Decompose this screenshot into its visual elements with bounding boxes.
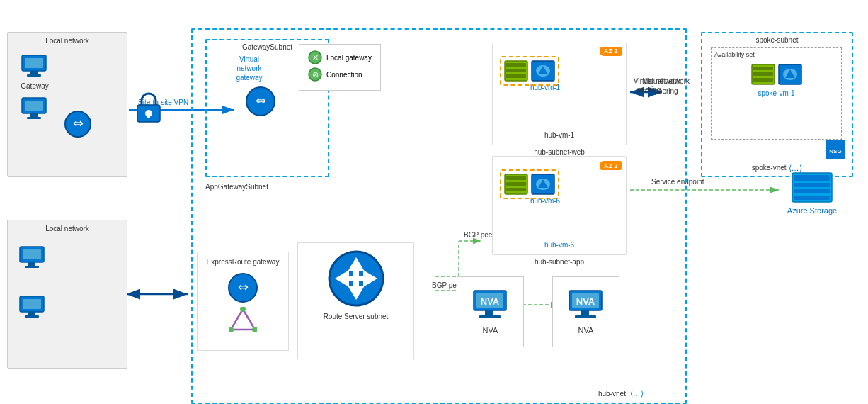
svg-marker-80 xyxy=(231,309,255,330)
app-gateway-subnet-label: AppGatewaySubnet xyxy=(205,183,268,191)
svg-rect-95 xyxy=(479,315,501,318)
svg-text:NSG: NSG xyxy=(829,148,841,155)
nva2-icon: NVA xyxy=(568,289,605,323)
expressroute-triangle-icon xyxy=(229,307,257,332)
vnet-peering-label: Virtual network peering xyxy=(634,77,698,96)
azure-icon-app xyxy=(531,174,555,195)
expressroute-gateway-box: ExpressRoute gateway ⇔ xyxy=(197,252,289,351)
diagram-container: Local network Gateway ⇔ xyxy=(0,0,868,404)
expressroute-gateway-label: ExpressRoute gateway xyxy=(207,258,280,266)
monitor-icon-bottom-1 xyxy=(18,245,47,272)
azure-icon-spoke xyxy=(778,64,802,85)
availability-set-label: Availability set xyxy=(714,51,838,58)
local-network-top-label: Local network xyxy=(8,37,127,45)
route-server-box: Route Server subnet xyxy=(297,242,414,359)
nsg-badge: NSG xyxy=(825,139,846,162)
svg-rect-34 xyxy=(147,113,150,118)
azure-storage-label: Azure Storage xyxy=(770,206,854,215)
monitor-icon-bottom xyxy=(21,96,49,123)
availability-set-box: Availability set spoke-vm-1 xyxy=(711,47,842,140)
svg-rect-28 xyxy=(27,117,41,119)
svg-text:NVA: NVA xyxy=(480,296,499,307)
hub-vnet-label-container: hub-vnet ⟨…⟩ xyxy=(598,388,644,398)
local-network-bottom-label: Local network xyxy=(8,225,127,232)
connection-legend-icon: ⊗ xyxy=(308,67,322,82)
svg-rect-72 xyxy=(25,266,39,268)
nva1-label: NVA xyxy=(483,326,498,335)
monitor-icon-bottom-2 xyxy=(18,295,47,322)
vpn-lock-icon xyxy=(133,91,164,126)
svg-rect-23 xyxy=(30,71,38,74)
svg-rect-49 xyxy=(506,176,526,180)
local-gateway-legend-icon: ✕ xyxy=(308,50,322,64)
hub-vnet-arrows-icon: ⟨…⟩ xyxy=(629,388,644,398)
svg-rect-66 xyxy=(794,175,830,181)
server-icon-web xyxy=(504,60,528,82)
svg-text:✕: ✕ xyxy=(312,53,319,62)
svg-rect-75 xyxy=(28,312,35,315)
hub-vm-1-label: hub-vm-1 xyxy=(493,131,626,139)
hub-vnet-label: hub-vnet xyxy=(598,390,626,398)
hub-subnet-web-label: hub-subnet-web xyxy=(493,148,626,156)
hub-vm-6-inline-label: hub-vm-6 xyxy=(517,197,573,205)
nva2-label: NVA xyxy=(578,326,594,335)
svg-rect-94 xyxy=(485,310,493,315)
svg-rect-100 xyxy=(575,315,596,318)
az2-bottom-badge: AZ 2 xyxy=(600,162,622,170)
svg-rect-24 xyxy=(27,74,41,77)
svg-rect-29 xyxy=(25,101,43,111)
svg-rect-25 xyxy=(25,58,43,68)
svg-rect-42 xyxy=(506,63,526,67)
az2-top-badge: AZ 2 xyxy=(600,47,622,55)
svg-rect-43 xyxy=(506,69,526,72)
spoke-vnet-box: spoke-subnet Availability set spo xyxy=(701,32,853,177)
svg-rect-71 xyxy=(28,262,35,266)
svg-rect-92 xyxy=(353,276,363,281)
gateway-label: Gateway xyxy=(21,82,48,90)
svg-rect-51 xyxy=(506,188,526,191)
svg-rect-69 xyxy=(794,196,830,200)
nva2-box: NVA NVA xyxy=(552,276,619,347)
svg-text:⇔: ⇔ xyxy=(73,116,84,130)
vm-group-app xyxy=(500,169,559,199)
svg-text:⟨…⟩: ⟨…⟩ xyxy=(629,389,643,398)
svg-rect-44 xyxy=(506,74,526,78)
svg-rect-27 xyxy=(30,113,38,117)
azure-icon-web xyxy=(531,60,555,82)
connection-legend-label: Connection xyxy=(326,71,362,79)
hub-subnet-web-box: AZ 2 hub-vm-1 hub-subnet-web xyxy=(492,43,627,145)
vm-group-web xyxy=(500,56,559,86)
svg-text:⇔: ⇔ xyxy=(256,94,266,108)
local-gateway-legend-label: Local gateway xyxy=(326,54,372,62)
monitor-icon-top xyxy=(21,54,49,81)
server-icon-app xyxy=(504,174,528,195)
svg-rect-76 xyxy=(25,315,39,318)
local-network-bottom: Local network xyxy=(7,220,127,369)
svg-text:NVA: NVA xyxy=(576,296,595,307)
nva1-box: NVA NVA xyxy=(457,276,524,347)
hub-vm-1-inline-label: hub-vm-1 xyxy=(517,84,573,91)
local-network-top: Local network Gateway ⇔ xyxy=(7,32,127,177)
svg-rect-56 xyxy=(753,67,773,70)
svg-rect-58 xyxy=(753,78,773,82)
server-icon-spoke xyxy=(751,64,775,85)
hub-vm-6-label: hub-vm-6 xyxy=(493,241,626,249)
nva1-icon: NVA xyxy=(472,289,509,323)
virtual-network-gateway-label: Virtual network gateway xyxy=(236,55,262,82)
hub-subnet-app-box: AZ 2 hub-vm-6 hub-subnet-app xyxy=(492,156,627,255)
expressroute-gateway-icon: ⇔ xyxy=(228,273,258,303)
svg-rect-50 xyxy=(506,182,526,186)
svg-rect-77 xyxy=(23,299,41,309)
route-server-subnet-label: Route Server subnet xyxy=(324,313,389,320)
azure-storage-icon xyxy=(791,172,833,203)
network-gateway-icon-top: ⇔ xyxy=(64,111,91,138)
route-server-icon xyxy=(328,250,384,307)
hub-subnet-app-label: hub-subnet-app xyxy=(493,258,626,266)
legend-box: ✕ Local gateway ⊗ Connection xyxy=(299,44,381,91)
svg-rect-68 xyxy=(794,189,830,193)
svg-rect-67 xyxy=(794,183,830,187)
gateway-subnet-icon: ⇔ xyxy=(246,86,275,116)
azure-storage-container: Azure Storage xyxy=(770,172,854,215)
svg-rect-99 xyxy=(581,310,589,315)
spoke-subnet-label: spoke-subnet xyxy=(702,36,852,44)
